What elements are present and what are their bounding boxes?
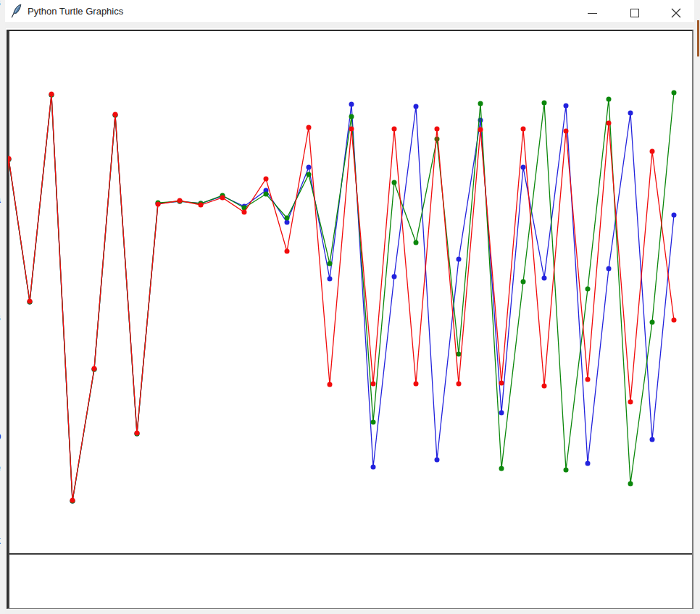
green-series-dot: [542, 101, 547, 106]
red-series-dot: [672, 318, 677, 323]
red-series-dot: [113, 112, 118, 117]
red-series-dot: [49, 92, 54, 97]
green-series-dot: [521, 279, 526, 285]
blue-series-dot: [285, 220, 290, 225]
scrolled-canvas-frame: [6, 28, 693, 609]
red-series-dot: [178, 198, 183, 203]
background-text-fragment: a: [0, 194, 5, 204]
red-series-dot: [542, 384, 547, 389]
blue-series-dot: [414, 104, 419, 109]
red-series-dot: [499, 381, 504, 386]
green-series-dot: [414, 240, 419, 245]
red-series-dot: [371, 382, 376, 387]
green-series-dot: [650, 320, 655, 325]
red-series-dot: [349, 127, 354, 132]
red-series-dot: [392, 127, 397, 132]
red-series-dot: [264, 177, 269, 182]
red-series-dot: [220, 195, 225, 201]
red-series-dot: [28, 299, 33, 304]
green-series-dot: [672, 91, 677, 96]
blue-series-dot: [392, 274, 397, 279]
blue-series-dot: [328, 277, 333, 282]
tk-feather-icon: [10, 4, 23, 19]
green-series-dot: [628, 481, 633, 487]
blue-series-dot: [650, 437, 655, 442]
red-series-dot: [586, 377, 591, 382]
background-window-right-edge: [693, 0, 700, 614]
background-text-fragment: i: [0, 151, 5, 161]
red-series-dot: [457, 382, 462, 387]
green-series-dot: [607, 97, 612, 102]
red-series-dot: [199, 203, 204, 208]
red-series-dot: [328, 382, 333, 387]
blue-series-dot: [521, 165, 526, 170]
title-bar[interactable]: Python Turtle Graphics: [5, 0, 694, 23]
turtle-graphics-window: Python Turtle Graphics: [5, 0, 694, 614]
background-text-fragment: s: [0, 0, 5, 7]
red-series-dot: [285, 249, 290, 254]
red-series-dot: [607, 121, 612, 126]
red-series-dot: [70, 498, 75, 503]
background-text-fragment: r: [0, 394, 5, 404]
blue-series-dot: [628, 111, 633, 116]
background-text-fragment: i: [0, 106, 5, 116]
blue-series-dot: [542, 276, 547, 281]
blue-series-dot: [607, 266, 612, 272]
minimize-button[interactable]: [577, 0, 609, 22]
background-text-fragment: p: [0, 431, 5, 441]
red-series-dot: [521, 127, 526, 132]
maximize-icon: [630, 9, 639, 17]
blue-series-line: [8, 95, 674, 501]
red-series-dot: [156, 202, 161, 207]
blue-series-dot: [307, 165, 312, 170]
green-series-dot: [478, 101, 483, 106]
turtle-plot-svg: [8, 31, 692, 608]
blue-series-dot: [349, 102, 354, 107]
background-text-fragment: e: [0, 463, 5, 473]
background-text-fragment: s: [0, 312, 5, 322]
green-series-dot: [586, 287, 591, 292]
red-series-dot: [650, 149, 655, 154]
green-series-dot: [328, 261, 333, 266]
close-button[interactable]: [661, 0, 693, 22]
red-series-dot: [478, 127, 483, 133]
red-series-dot: [414, 382, 419, 387]
green-series-dot: [392, 180, 397, 185]
green-series-dot: [457, 352, 462, 357]
window-title: Python Turtle Graphics: [28, 0, 123, 22]
red-series-dot: [564, 129, 569, 134]
green-series-dot: [435, 137, 440, 142]
blue-series-dot: [586, 461, 591, 466]
blue-series-dot: [371, 465, 376, 470]
red-series-dot: [307, 125, 312, 130]
red-series-line: [8, 94, 674, 500]
red-series-dot: [135, 431, 140, 436]
turtle-canvas: [8, 31, 692, 608]
maximize-button[interactable]: [619, 0, 651, 22]
green-series-dot: [499, 466, 504, 471]
background-text-fragment: k: [0, 535, 5, 545]
minimize-icon: [588, 13, 597, 14]
background-window-color-sliver: [697, 20, 699, 56]
green-series-dot: [285, 216, 290, 221]
green-series-dot: [371, 420, 376, 425]
blue-series-dot: [499, 411, 504, 416]
blue-series-dot: [457, 257, 462, 262]
green-series-dot: [264, 192, 269, 197]
green-series-dot: [349, 114, 354, 119]
green-series-line: [8, 93, 674, 501]
red-series-dot: [242, 210, 247, 215]
background-text-fragment: r: [0, 284, 5, 294]
blue-series-dot: [435, 458, 440, 463]
blue-series-dot: [672, 213, 677, 218]
red-series-dot: [435, 127, 440, 132]
green-series-dot: [564, 468, 569, 473]
blue-series-dot: [564, 104, 569, 109]
close-icon: [671, 8, 681, 18]
green-series-dot: [307, 172, 312, 177]
canvas-sunken-border: [7, 30, 693, 609]
red-series-dot: [92, 366, 97, 371]
red-series-dot: [628, 400, 633, 405]
